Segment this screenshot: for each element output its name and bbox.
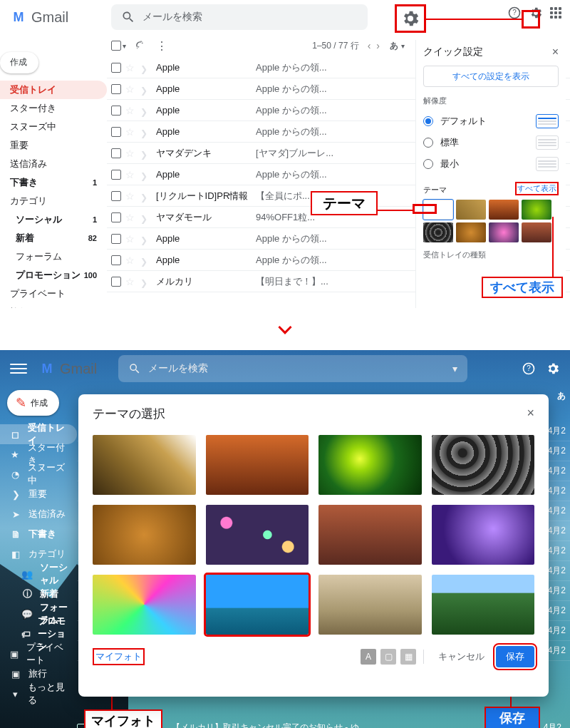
star-icon[interactable]: ☆	[125, 148, 135, 159]
select-caret-icon[interactable]: ▾	[123, 42, 126, 50]
row-checkbox[interactable]	[111, 191, 121, 201]
row-checkbox[interactable]	[111, 127, 121, 137]
row-checkbox[interactable]	[111, 148, 121, 158]
refresh-icon[interactable]	[135, 40, 146, 51]
ime-lang[interactable]: あ	[390, 40, 398, 52]
theme-card[interactable]	[318, 505, 422, 565]
importance-icon[interactable]: ❯	[140, 107, 149, 114]
star-icon[interactable]: ☆	[125, 276, 135, 287]
help-icon[interactable]: ?	[522, 362, 536, 376]
gear-icon[interactable]	[546, 362, 560, 376]
theme-thumb[interactable]	[456, 222, 486, 242]
theme-card[interactable]	[432, 575, 535, 635]
theme-thumb[interactable]	[423, 222, 453, 242]
theme-show-all-link[interactable]: すべて表示	[515, 182, 559, 195]
star-icon[interactable]: ☆	[125, 105, 135, 116]
cancel-button[interactable]: キャンセル	[431, 646, 492, 667]
density-option[interactable]: 標準	[423, 132, 559, 153]
theme-thumb[interactable]	[489, 200, 519, 220]
compose-button[interactable]: ✎ 作成	[7, 390, 59, 416]
close-icon[interactable]: ×	[552, 46, 559, 58]
importance-icon[interactable]: ❯	[140, 171, 149, 178]
help-icon[interactable]: ?	[507, 6, 522, 20]
row-checkbox[interactable]	[111, 170, 121, 180]
sidebar-item[interactable]: 受信トレイ	[0, 81, 107, 99]
more-icon[interactable]: ⋮	[156, 39, 167, 53]
sidebar-item[interactable]: ソーシャル1	[0, 210, 107, 229]
star-icon[interactable]: ☆	[125, 190, 135, 202]
importance-icon[interactable]: ❯	[140, 193, 149, 200]
sidebar-item[interactable]: 新着82	[0, 229, 107, 247]
sidebar-item[interactable]: ▣プライベート	[0, 644, 77, 664]
compose-button[interactable]: 作成	[0, 52, 38, 73]
all-settings-button[interactable]: すべての設定を表示	[423, 66, 559, 87]
text-bg-icon[interactable]: A	[361, 649, 376, 665]
importance-icon[interactable]: ❯	[140, 278, 149, 285]
importance-icon[interactable]: ❯	[140, 86, 149, 93]
save-button[interactable]: 保存	[496, 646, 534, 667]
importance-icon[interactable]: ❯	[140, 128, 149, 135]
sidebar-item[interactable]: 🗎下書き	[0, 524, 77, 544]
sidebar-item[interactable]: 送信済み	[0, 155, 107, 173]
select-all-checkbox[interactable]	[111, 41, 121, 51]
row-checkbox[interactable]	[111, 106, 121, 116]
theme-card-selected[interactable]	[206, 575, 309, 635]
sidebar-item[interactable]: 下書き1	[0, 173, 107, 192]
blur-icon[interactable]: ▦	[400, 649, 416, 665]
theme-thumb[interactable]	[489, 222, 519, 242]
next-page-button[interactable]: ›	[373, 40, 383, 51]
sidebar-item[interactable]: 旅行	[0, 303, 107, 309]
density-option[interactable]: デフォルト	[423, 111, 559, 132]
vignette-icon[interactable]: ▢	[380, 649, 396, 665]
sidebar-item[interactable]: ❯重要	[0, 484, 77, 504]
theme-card[interactable]	[318, 575, 422, 635]
theme-card[interactable]	[93, 505, 196, 565]
menu-icon[interactable]	[10, 360, 27, 377]
theme-thumb[interactable]	[522, 200, 551, 220]
sidebar-item[interactable]: ➤送信済み	[0, 504, 77, 524]
ime-lang[interactable]: あ	[557, 390, 566, 402]
theme-card[interactable]	[318, 435, 422, 495]
row-checkbox[interactable]	[111, 277, 121, 287]
apps-icon[interactable]	[550, 7, 561, 19]
theme-card[interactable]	[93, 575, 196, 635]
sidebar-item[interactable]: スター付き	[0, 99, 107, 118]
star-icon[interactable]: ☆	[125, 255, 135, 266]
density-option[interactable]: 最小	[423, 153, 559, 175]
close-icon[interactable]: ×	[527, 406, 534, 422]
theme-card[interactable]	[206, 435, 309, 495]
importance-icon[interactable]: ❯	[140, 257, 149, 264]
row-checkbox[interactable]	[111, 255, 121, 265]
sidebar-item[interactable]: プライベート	[0, 284, 107, 303]
star-icon[interactable]: ☆	[125, 62, 135, 73]
sidebar-item[interactable]: フォーラム	[0, 247, 107, 266]
row-checkbox[interactable]	[111, 84, 121, 94]
theme-thumb[interactable]	[456, 200, 486, 220]
lang-caret-icon[interactable]: ▾	[401, 42, 405, 50]
star-icon[interactable]: ☆	[125, 169, 135, 180]
sidebar-item[interactable]: プロモーション100	[0, 266, 107, 284]
theme-thumb[interactable]	[522, 222, 551, 242]
importance-icon[interactable]: ❯	[140, 64, 149, 71]
importance-icon[interactable]: ❯	[140, 214, 149, 221]
sidebar-item[interactable]: ▾もっと見る	[0, 684, 77, 704]
sidebar-item[interactable]: カテゴリ	[0, 192, 107, 210]
importance-icon[interactable]: ❯	[140, 235, 149, 242]
star-icon[interactable]: ☆	[125, 233, 135, 245]
importance-icon[interactable]: ❯	[140, 150, 149, 157]
sidebar-item[interactable]: スヌーズ中	[0, 118, 107, 136]
theme-card[interactable]	[432, 435, 535, 495]
sidebar-item[interactable]: ◔スヌーズ中	[0, 464, 77, 484]
sidebar-item[interactable]: 👥ソーシャル	[0, 564, 77, 584]
row-checkbox[interactable]	[111, 234, 121, 244]
my-photos-link[interactable]: マイフォト	[93, 648, 145, 665]
search-box[interactable]: メールを検索	[111, 4, 368, 30]
star-icon[interactable]: ☆	[125, 212, 135, 223]
star-icon[interactable]: ☆	[125, 126, 135, 138]
sidebar-item[interactable]: 重要	[0, 136, 107, 155]
prev-page-button[interactable]: ‹	[365, 40, 374, 51]
search-caret-icon[interactable]: ▾	[452, 363, 457, 374]
theme-card[interactable]	[206, 505, 309, 565]
row-checkbox[interactable]	[111, 212, 121, 222]
search-box[interactable]: メールを検索 ▾	[118, 355, 467, 382]
